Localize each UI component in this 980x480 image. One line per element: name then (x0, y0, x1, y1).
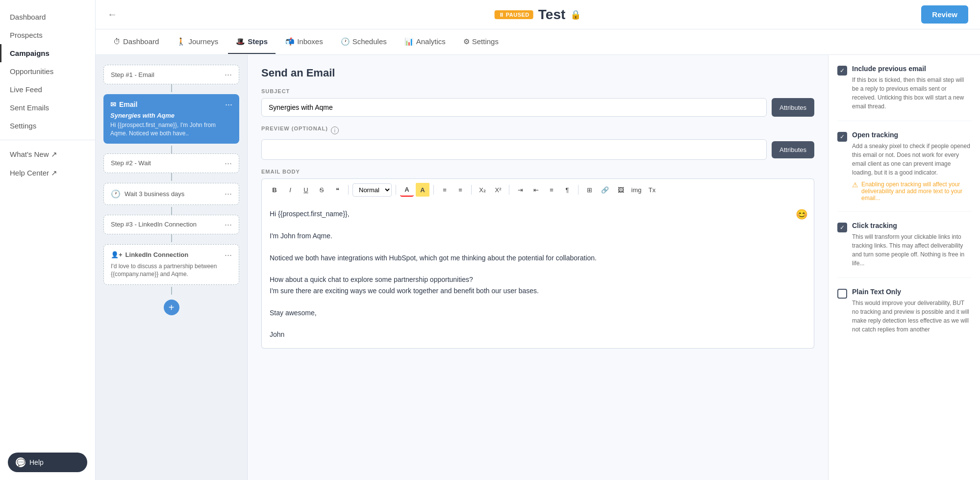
step3-card-ellipsis[interactable]: ··· (225, 251, 232, 259)
sidebar-item-livefeed[interactable]: Live Feed (0, 80, 95, 99)
sidebar-item-whatsnew[interactable]: What's New ↗ (0, 145, 95, 164)
open-tracking-content: Open tracking Add a sneaky pixel to chec… (852, 131, 971, 202)
step1-card-header: ✉ Email ··· (110, 100, 232, 109)
preview-input[interactable] (261, 139, 767, 160)
toolbar-divider-5 (509, 185, 509, 195)
inboxes-tab-icon: 📬 (285, 37, 295, 46)
section-title: Send an Email (261, 67, 814, 79)
open-tracking-title: Open tracking (852, 131, 971, 139)
tab-settings[interactable]: ⚙ Settings (455, 30, 506, 54)
sidebar-item-sentemails[interactable]: Sent Emails (0, 99, 95, 117)
sidebar-item-dashboard[interactable]: Dashboard (0, 8, 95, 26)
step2-ellipsis[interactable]: ··· (225, 159, 232, 168)
schedules-tab-icon: 🕐 (341, 37, 350, 46)
click-tracking-content: Click tracking This will transform your … (852, 222, 971, 268)
tab-analytics[interactable]: 📊 Analytics (397, 30, 453, 54)
superscript-button[interactable]: X² (491, 183, 505, 197)
warning-text: Enabling open tracking will affect your … (861, 181, 971, 202)
help-button[interactable]: 💬 Help (8, 453, 87, 472)
top-center: ⏸ PAUSED Test 🔒 (495, 7, 581, 23)
include-prev-checkbox[interactable]: ✓ (837, 66, 847, 76)
bold-button[interactable]: B (268, 183, 281, 197)
text-color-button[interactable]: A (400, 183, 414, 197)
step1-card[interactable]: ✉ Email ··· Synergies with Aqme Hi {{pro… (103, 94, 239, 144)
step1-subject: Synergies with Aqme (110, 112, 232, 119)
settings-tab-icon: ⚙ (463, 37, 470, 46)
step2-card-ellipsis[interactable]: ··· (225, 189, 232, 198)
table-button[interactable]: ⊞ (582, 183, 596, 197)
tab-schedules[interactable]: 🕐 Schedules (333, 30, 395, 54)
step2-header: Step #2 - Wait ··· (103, 153, 239, 173)
sidebar-item-opportunities[interactable]: Opportunities (0, 62, 95, 80)
step2-header-label: Step #2 - Wait (111, 159, 151, 167)
italic-button[interactable]: I (283, 183, 297, 197)
click-tracking-title: Click tracking (852, 222, 971, 229)
outdent-button[interactable]: ⇤ (529, 183, 543, 197)
rtl-button[interactable]: ¶ (560, 183, 574, 197)
step1-card-title: ✉ Email (110, 101, 137, 108)
click-tracking-desc: This will transform your clickable links… (852, 232, 971, 268)
step3-header-label: Step #3 - LinkedIn Connection (111, 221, 197, 228)
step3-card[interactable]: 👤+ LinkedIn Connection ··· I'd love to d… (103, 244, 239, 285)
tab-journeys[interactable]: 🚶 Journeys (169, 30, 226, 54)
include-prev-content: Include previous email If this box is ti… (852, 65, 971, 111)
step3-connector (171, 234, 172, 242)
sidebar-item-helpcenter[interactable]: Help Center ↗ (0, 164, 95, 182)
step1-container: Step #1 - Email ··· ✉ Email ··· Synergie… (103, 65, 239, 144)
plain-text-option: ✓ Plain Text Only This would improve you… (837, 288, 971, 344)
link-button[interactable]: 🔗 (598, 183, 612, 197)
campaign-title: Test (538, 7, 566, 23)
email-body[interactable]: 😊 Hi {{prospect.first_name}}, I'm John f… (261, 201, 814, 349)
step2-card[interactable]: 🕐 Wait 3 business days ··· (103, 183, 239, 205)
open-tracking-desc: Add a sneaky pixel to check if people op… (852, 142, 971, 177)
content-area: Step #1 - Email ··· ✉ Email ··· Synergie… (96, 55, 980, 480)
step1-card-ellipsis[interactable]: ··· (225, 100, 232, 109)
nav-tabs: ⏱ Dashboard 🚶 Journeys 🎩 Steps 📬 Inboxes… (96, 29, 980, 55)
step1-ellipsis[interactable]: ··· (225, 70, 232, 79)
connector-1-2 (171, 146, 172, 153)
include-prev-title: Include previous email (852, 65, 971, 73)
sidebar-divider (0, 140, 95, 140)
back-button[interactable]: ← (107, 9, 117, 20)
image-button[interactable]: 🖼 (614, 183, 628, 197)
highlight-button[interactable]: A (416, 183, 429, 197)
subject-row: Attributes (261, 98, 814, 117)
include-prev-desc: If this box is ticked, then this email s… (852, 76, 971, 111)
add-step-button[interactable]: + (164, 300, 179, 315)
clear-format-button[interactable]: Tx (645, 183, 659, 197)
subject-attributes-button[interactable]: Attributes (772, 98, 814, 117)
quote-button[interactable]: ❝ (330, 183, 344, 197)
font-size-select[interactable]: Normal Large Small (352, 183, 392, 197)
preview-label-row: PREVIEW (OPTIONAL) i (261, 126, 814, 135)
indent-button[interactable]: ⇥ (513, 183, 527, 197)
sidebar-item-prospects[interactable]: Prospects (0, 26, 95, 44)
strikethrough-button[interactable]: S (315, 183, 328, 197)
sidebar-item-settings[interactable]: Settings (0, 117, 95, 135)
review-button[interactable]: Review (921, 5, 968, 24)
info-icon[interactable]: i (331, 126, 339, 134)
click-tracking-checkbox[interactable]: ✓ (837, 223, 847, 232)
subscript-button[interactable]: X₂ (476, 183, 489, 197)
ordered-list-button[interactable]: ≡ (453, 183, 467, 197)
unordered-list-button[interactable]: ≡ (438, 183, 452, 197)
sidebar-item-campaigns[interactable]: Campaigns (0, 44, 95, 62)
emoji-button[interactable]: 😊 (796, 206, 808, 222)
img-text-button[interactable]: img (629, 183, 643, 197)
tab-dashboard[interactable]: ⏱ Dashboard (105, 30, 167, 53)
tab-steps[interactable]: 🎩 Steps (228, 30, 276, 54)
warning-icon: ⚠ (852, 181, 858, 189)
toolbar-divider-4 (471, 185, 472, 195)
step3-ellipsis[interactable]: ··· (225, 220, 232, 229)
plain-text-checkbox[interactable]: ✓ (837, 289, 847, 299)
subject-input[interactable] (261, 98, 767, 117)
body-line-1: Hi {{prospect.first_name}}, (270, 208, 806, 219)
tab-inboxes[interactable]: 📬 Inboxes (277, 30, 331, 54)
open-tracking-checkbox[interactable]: ✓ (837, 132, 847, 142)
include-prev-option: ✓ Include previous email If this box is … (837, 65, 971, 121)
person-add-icon: 👤+ (111, 251, 123, 258)
align-button[interactable]: ≡ (545, 183, 558, 197)
underline-button[interactable]: U (299, 183, 313, 197)
plain-text-title: Plain Text Only (852, 288, 971, 296)
paused-badge: ⏸ PAUSED (495, 10, 533, 19)
preview-attributes-button[interactable]: Attributes (772, 141, 814, 158)
